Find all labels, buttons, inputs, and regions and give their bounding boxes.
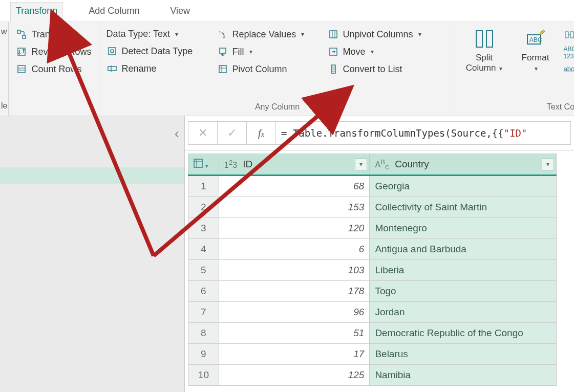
- cell-id[interactable]: 153: [219, 197, 370, 218]
- transpose-button[interactable]: Transpose: [13, 27, 94, 41]
- table-row[interactable]: 5103Liberia: [188, 260, 557, 281]
- row-number[interactable]: 6: [188, 281, 219, 302]
- fill-button[interactable]: Fill ▾: [214, 45, 322, 59]
- ribbon-tabstrip: Transform Add Column View: [0, 0, 574, 21]
- cell-id[interactable]: 103: [219, 260, 370, 281]
- cell-country[interactable]: Collectivity of Saint Martin: [370, 197, 557, 218]
- replace-values-button[interactable]: 12 Replace Values ▾: [214, 27, 322, 41]
- row-number[interactable]: 10: [188, 365, 219, 386]
- table-row[interactable]: 3120Montenegro: [188, 218, 557, 239]
- cell-country[interactable]: Belarus: [370, 344, 557, 365]
- cell-id[interactable]: 125: [219, 365, 370, 386]
- detect-data-type-button[interactable]: Detect Data Type: [103, 44, 211, 58]
- table-row[interactable]: 46Antigua and Barbuda: [188, 239, 557, 260]
- group-caption-text-column: Text Colu: [460, 102, 575, 114]
- cell-country[interactable]: Togo: [370, 281, 557, 302]
- reverse-rows-button[interactable]: Reverse Rows: [13, 45, 94, 59]
- row-number[interactable]: 5: [188, 260, 219, 281]
- tab-view[interactable]: View: [165, 3, 195, 21]
- row-number[interactable]: 7: [188, 302, 219, 323]
- tab-add-column[interactable]: Add Column: [83, 3, 144, 21]
- text-type-icon: ABC: [375, 160, 389, 169]
- table-row[interactable]: 2153Collectivity of Saint Martin: [188, 197, 557, 218]
- rename-icon: [107, 63, 118, 74]
- row-number[interactable]: 2: [188, 197, 219, 218]
- table-row[interactable]: 917Belarus: [188, 344, 557, 365]
- move-label: Move: [343, 47, 366, 57]
- column-country-label: Country: [395, 159, 429, 169]
- svg-rect-1: [23, 35, 26, 38]
- cell-id[interactable]: 96: [219, 302, 370, 323]
- move-button[interactable]: Move ▾: [325, 45, 442, 59]
- cell-country[interactable]: Democratic Republic of the Congo: [370, 323, 557, 344]
- cell-id[interactable]: 51: [219, 323, 370, 344]
- ribbon-left-fragment: w le: [0, 22, 9, 116]
- convert-to-list-button[interactable]: Convert to List: [325, 62, 442, 76]
- svg-rect-29: [570, 32, 573, 38]
- detect-label: Detect Data Type: [122, 46, 193, 57]
- svg-rect-30: [194, 159, 202, 167]
- cell-country[interactable]: Liberia: [370, 260, 557, 281]
- table-corner-button[interactable]: ▾: [188, 154, 219, 176]
- table-row[interactable]: 6178Togo: [188, 281, 557, 302]
- unpivot-columns-button[interactable]: Unpivot Columns ▾: [325, 27, 442, 41]
- collapse-pane-button[interactable]: ‹: [175, 125, 179, 142]
- count-rows-button[interactable]: Count Rows: [13, 62, 94, 76]
- pivot-label: Pivot Column: [232, 64, 287, 75]
- cell-id[interactable]: 120: [219, 218, 370, 239]
- column-header-country[interactable]: ABC Country ▾: [370, 154, 557, 176]
- cell-country[interactable]: Namibia: [370, 365, 557, 386]
- chevron-down-icon: ▾: [301, 31, 304, 38]
- cell-country[interactable]: Jordan: [370, 302, 557, 323]
- format-icon: ABC: [524, 27, 547, 51]
- formula-string: "ID": [504, 127, 527, 139]
- chevron-down-icon: ▾: [418, 31, 421, 38]
- extract-button[interactable]: ABC123: [563, 45, 575, 61]
- svg-rect-24: [476, 31, 482, 47]
- merge-columns-button[interactable]: [563, 28, 575, 41]
- cell-id[interactable]: 17: [219, 344, 370, 365]
- row-number[interactable]: 8: [188, 323, 219, 344]
- cell-country[interactable]: Montenegro: [370, 218, 557, 239]
- row-number[interactable]: 1: [188, 176, 219, 197]
- ribbon: w le Transpose Reverse Rows: [0, 21, 574, 116]
- unpivot-label: Unpivot Columns: [343, 29, 413, 40]
- row-number[interactable]: 4: [188, 239, 219, 260]
- formula-text: = Table.TransformColumnTypes(Source,{{: [281, 127, 504, 139]
- tab-transform[interactable]: Transform: [10, 2, 63, 22]
- parse-button[interactable]: abc: [563, 64, 575, 74]
- cell-country[interactable]: Antigua and Barbuda: [370, 239, 557, 260]
- queries-pane: ‹: [0, 116, 185, 392]
- reverse-rows-label: Reverse Rows: [31, 47, 91, 57]
- format-button[interactable]: ABC Format▾: [512, 24, 560, 102]
- split-column-button[interactable]: SplitColumn ▾: [460, 24, 508, 102]
- pivot-column-button[interactable]: Pivot Column: [214, 62, 322, 76]
- row-number[interactable]: 3: [188, 218, 219, 239]
- column-filter-button[interactable]: ▾: [542, 158, 554, 170]
- column-filter-button[interactable]: ▾: [355, 158, 367, 170]
- unpivot-icon: [328, 29, 339, 40]
- convert-to-list-label: Convert to List: [343, 64, 402, 75]
- data-type-button[interactable]: Data Type: Text ▾: [103, 27, 211, 41]
- selected-query-highlight[interactable]: [0, 167, 184, 184]
- cell-id[interactable]: 178: [219, 281, 370, 302]
- table-row[interactable]: 796Jordan: [188, 302, 557, 323]
- svg-rect-8: [108, 67, 116, 71]
- column-id-label: ID: [243, 159, 252, 170]
- transpose-icon: [16, 29, 27, 40]
- cell-id[interactable]: 68: [219, 176, 370, 197]
- data-type-label: Data Type: Text: [107, 29, 170, 39]
- cell-id[interactable]: 6: [219, 239, 370, 260]
- formula-input[interactable]: = Table.TransformColumnTypes(Source,{{"I…: [275, 121, 571, 145]
- table-row[interactable]: 851Democratic Republic of the Congo: [188, 323, 557, 344]
- table-row[interactable]: 168Georgia: [188, 176, 557, 197]
- column-header-id[interactable]: 123 ID ▾: [219, 154, 370, 176]
- row-number[interactable]: 9: [188, 344, 219, 365]
- commit-formula-button[interactable]: ✓: [217, 121, 246, 145]
- formula-bar: ✕ ✓ fx = Table.TransformColumnTypes(Sour…: [185, 116, 574, 150]
- cell-country[interactable]: Georgia: [370, 176, 557, 197]
- table-row[interactable]: 10125Namibia: [188, 365, 557, 386]
- rename-button[interactable]: Rename: [103, 61, 211, 76]
- fx-button[interactable]: fx: [246, 121, 275, 145]
- cancel-formula-button[interactable]: ✕: [188, 121, 217, 145]
